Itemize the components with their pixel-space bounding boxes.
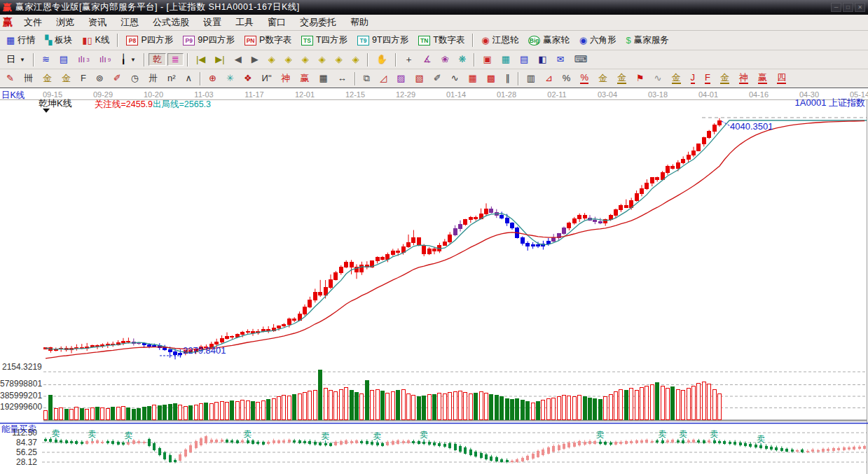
- n-square-icon[interactable]: n²: [163, 72, 180, 85]
- shen-grid-icon[interactable]: 神: [277, 72, 295, 85]
- calendar-icon[interactable]: ▣: [478, 53, 495, 66]
- f-line-icon[interactable]: F: [701, 71, 715, 85]
- volume-profile-icon[interactable]: ≣: [167, 53, 184, 66]
- menu-item-file[interactable]: 文件: [17, 15, 49, 29]
- red-grid2-icon[interactable]: ▩: [483, 72, 500, 85]
- gold-fence2-icon[interactable]: 金: [57, 72, 75, 85]
- gold-ratio-icon[interactable]: 金: [594, 72, 612, 85]
- p-square-button[interactable]: P8P四方形: [122, 33, 177, 48]
- t-square-button[interactable]: TST四方形: [297, 33, 352, 48]
- menu-item-window[interactable]: 窗口: [261, 15, 293, 29]
- time-circle-icon[interactable]: ◷: [127, 72, 143, 85]
- ninep-square-button[interactable]: P99P四方形: [179, 33, 239, 48]
- crosshair-icon[interactable]: ＋: [400, 53, 418, 66]
- gold-line-icon[interactable]: 金: [613, 71, 631, 85]
- wave-band-icon[interactable]: ∿: [650, 72, 666, 85]
- kline-button[interactable]: ▮▯K线: [78, 33, 113, 48]
- qiankun-dropdown-icon[interactable]: [43, 109, 50, 113]
- spiral-icon[interactable]: ⊚: [92, 72, 108, 85]
- fan-box2-icon[interactable]: ▧: [411, 72, 427, 85]
- fan-box-icon[interactable]: ▨: [392, 72, 409, 85]
- t-number-table-button[interactable]: TNT数字表: [414, 33, 469, 48]
- zoom-left-diamond-icon[interactable]: ◈: [264, 53, 280, 66]
- zoom-star-diamond-icon[interactable]: ◈: [315, 53, 330, 66]
- ying-grid-icon[interactable]: 赢: [296, 72, 314, 85]
- winner-wheel-button[interactable]: Big赢家轮: [524, 33, 574, 48]
- qiankun-toggle-icon[interactable]: 乾: [149, 53, 166, 66]
- flag-brush-icon[interactable]: ⚑: [632, 72, 649, 85]
- gold-slope-icon[interactable]: 金: [716, 71, 733, 85]
- maximize-button[interactable]: □: [843, 3, 853, 12]
- f10-report-icon[interactable]: ▤: [55, 53, 72, 66]
- fence-grid-icon[interactable]: 卌: [20, 72, 37, 85]
- p-number-table-button[interactable]: PNP数字表: [240, 33, 296, 48]
- zoom-v-diamond-icon[interactable]: ◈: [331, 53, 347, 66]
- menu-item-tools[interactable]: 工具: [228, 15, 261, 29]
- period-day-button[interactable]: 日▼: [2, 53, 29, 66]
- brush-tool-icon[interactable]: ✎: [2, 72, 18, 85]
- minimize-button[interactable]: ─: [831, 3, 841, 12]
- target-cross-icon[interactable]: ⊕: [205, 72, 221, 85]
- gold-fence-icon[interactable]: 金: [39, 72, 56, 85]
- bars-9-icon[interactable]: ılı9: [95, 53, 116, 66]
- hexagon-button[interactable]: ◉六角形: [575, 33, 621, 48]
- fan-lines-icon[interactable]: ◿: [376, 72, 391, 85]
- si-slope-icon[interactable]: 四: [773, 71, 790, 85]
- menu-item-browse[interactable]: 浏览: [49, 15, 81, 29]
- star-burst-icon[interactable]: ✳: [222, 72, 238, 85]
- last-page-icon[interactable]: ▶|: [211, 53, 228, 66]
- first-page-icon[interactable]: |◀: [192, 53, 209, 66]
- angle-line-icon[interactable]: ∡: [419, 53, 436, 66]
- trend-chart-icon[interactable]: ≋: [38, 53, 54, 66]
- grid-123-icon[interactable]: ▦: [315, 72, 332, 85]
- prev-page-icon[interactable]: ◀: [230, 53, 246, 66]
- price-scale-icon[interactable]: ▥: [523, 72, 539, 85]
- marker-pen-icon[interactable]: ✐: [109, 72, 125, 85]
- gann-flower-icon[interactable]: ❀: [437, 53, 453, 66]
- gold-angle-icon[interactable]: 金: [668, 71, 685, 85]
- percent-icon[interactable]: %: [558, 72, 575, 85]
- zoom-right-diamond-icon[interactable]: ◈: [281, 53, 296, 66]
- next-page-icon[interactable]: ▶: [247, 53, 263, 66]
- ying-slope-icon[interactable]: 赢: [754, 71, 771, 85]
- zoom-all-diamond-icon[interactable]: ◈: [348, 53, 364, 66]
- red-grid-icon[interactable]: ▦: [464, 72, 481, 85]
- j-line-icon[interactable]: J: [687, 71, 700, 85]
- tick-fence-icon[interactable]: 卅: [144, 72, 162, 85]
- qiankun-kline-label[interactable]: 乾坤K线: [39, 99, 72, 109]
- square-tool-icon[interactable]: ⧉: [359, 72, 374, 85]
- speed-line-icon[interactable]: Иʺ: [258, 72, 276, 85]
- zoom-h-diamond-icon[interactable]: ◈: [298, 53, 313, 66]
- menu-item-gann[interactable]: 江恩: [113, 15, 146, 29]
- zigzag-icon[interactable]: ∿: [447, 72, 463, 85]
- menu-item-settings[interactable]: 设置: [196, 15, 228, 29]
- bars-3-icon[interactable]: ılı3: [74, 53, 94, 66]
- workstation-icon[interactable]: ⌨: [570, 53, 591, 66]
- span-arrows-icon[interactable]: ↔: [333, 72, 351, 85]
- pan-hand-icon[interactable]: ✋: [372, 53, 392, 66]
- calculator-icon[interactable]: ▦: [497, 53, 514, 66]
- trend-pen-icon[interactable]: ✐: [429, 72, 446, 85]
- quote-button[interactable]: ▦行情: [2, 33, 39, 48]
- f-fence-icon[interactable]: F: [76, 72, 90, 85]
- percent-zone-icon[interactable]: ⊿: [541, 72, 557, 85]
- menu-item-trade-order[interactable]: 交易委托: [293, 15, 343, 29]
- menu-item-help[interactable]: 帮助: [343, 15, 376, 29]
- wave-cloud-icon[interactable]: ❋: [454, 53, 470, 66]
- gann-wheel-button[interactable]: ◉江恩轮: [477, 33, 523, 48]
- menu-item-formula-stock-pick[interactable]: 公式选股: [146, 15, 196, 29]
- kline-chart-svg[interactable]: 09-1509-2910-2011-0311-1712-0112-1512-29…: [0, 88, 868, 474]
- save-icon[interactable]: ◧: [534, 53, 551, 66]
- sector-button[interactable]: ▚板块: [41, 33, 76, 48]
- notebook-icon[interactable]: ▤: [516, 53, 532, 66]
- winner-service-button[interactable]: $赢家服务: [622, 33, 673, 48]
- percent-line-icon[interactable]: %: [576, 71, 593, 85]
- menu-item-news[interactable]: 资讯: [81, 15, 113, 29]
- parallel-lines-icon[interactable]: ∥: [501, 72, 514, 85]
- star-box-icon[interactable]: ❖: [240, 72, 256, 85]
- chart-area[interactable]: 09-1509-2910-2011-0311-1712-0112-1512-29…: [0, 88, 868, 474]
- ninet-square-button[interactable]: T99T四方形: [353, 33, 413, 48]
- mail-web-icon[interactable]: ✉: [553, 53, 569, 66]
- shen-slope-icon[interactable]: 神: [735, 71, 752, 85]
- close-button[interactable]: ✕: [855, 3, 865, 12]
